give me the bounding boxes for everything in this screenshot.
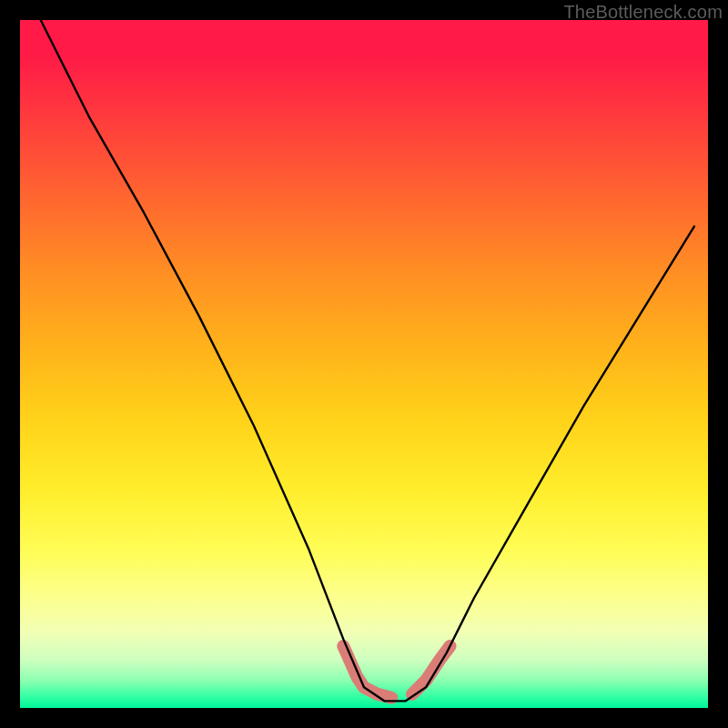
highlight-right-stub <box>412 646 450 694</box>
curve-layer <box>20 20 708 708</box>
chart-stage: TheBottleneck.com <box>0 0 728 728</box>
watermark-text: TheBottleneck.com <box>563 2 723 23</box>
bottleneck-curve <box>41 20 694 701</box>
plot-area <box>20 20 708 708</box>
